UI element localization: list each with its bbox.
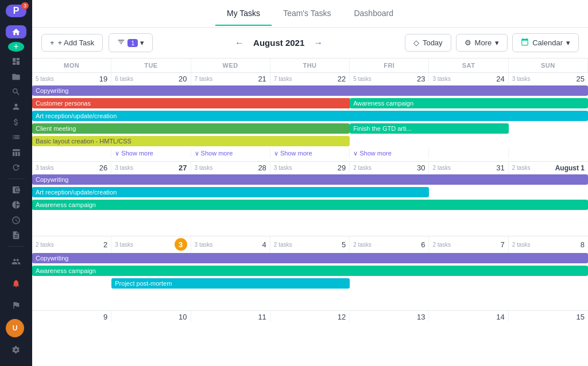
event-bar-art-reception-w2[interactable]: Art reception/update/creation [32,187,429,197]
sidebar-item-folder[interactable] [6,71,26,83]
task-count: 2 tasks [274,242,292,248]
task-count: 2 tasks [432,242,451,248]
sidebar-item-team[interactable] [6,251,26,272]
date-cell-3: 3 tasks 3 [111,236,191,252]
event-bar-basic-layout[interactable]: Basic layout creation - HMTL/CSS [32,136,350,146]
sidebar-item-doc[interactable] [6,229,26,242]
sidebar-item-refresh[interactable] [6,161,26,174]
sidebar-item-search[interactable] [6,85,26,98]
event-bar-customer-personas[interactable]: Customer personas [32,98,350,108]
event-bar-awareness-w1[interactable]: Awareness campaign [350,98,588,108]
event-bar-project-postmortem[interactable]: Project post-mortem [111,278,350,289]
date-cell-9: 9 [32,311,111,322]
date-cell-21: 7 tasks 21 [191,73,270,84]
event-bar-copywriting-w2[interactable]: Copywriting [32,174,588,185]
sidebar-item-table[interactable] [6,146,26,158]
date-cell-10: 10 [111,311,191,322]
show-more-wed[interactable]: ∨ Show more [191,149,270,158]
sidebar-item-dashboard[interactable] [6,55,26,68]
tab-my-tasks[interactable]: My Tasks [215,2,272,26]
nav-tabs: My Tasks Team's Tasks Dashboard [215,2,405,26]
calendar-toolbar: + + Add Task 1 ▾ ← August 2021 → ◇ Today… [32,28,588,59]
date-cell-27: 3 tasks 27 [111,162,191,173]
day-number: 26 [99,163,107,172]
sidebar-item-home[interactable] [6,25,26,38]
sidebar-item-analytics[interactable] [6,198,26,211]
task-count: 7 tasks [195,76,213,82]
sidebar-item-wallet[interactable] [6,184,26,196]
calendar-view-button[interactable]: Calendar ▾ [512,33,579,52]
header-mon: MON [32,59,111,72]
sidebar-item-plus[interactable] [8,42,24,52]
day-number: 9 [103,313,107,321]
event-bar-awareness-w2[interactable]: Awareness campaign [32,200,588,210]
date-cell-14: 14 [429,311,508,322]
task-count: 7 tasks [274,76,292,82]
filter-icon [117,38,125,48]
next-month-arrow[interactable]: → [311,36,325,50]
date-cell-2: 2 tasks 2 [32,236,111,252]
day-number: 23 [417,75,425,83]
filter-dropdown-arrow: ▾ [140,38,144,47]
date-cell-6: 2 tasks 6 [350,236,429,252]
sidebar-item-clock[interactable] [6,214,26,227]
filter-button[interactable]: 1 ▾ [109,33,153,52]
sidebar-item-flag[interactable] [6,295,26,316]
event-bar-copywriting-w3[interactable]: Copywriting [32,253,588,263]
task-count: 2 tasks [353,165,372,171]
date-cell-28: 3 tasks 28 [191,162,270,173]
event-bar-copywriting-w1[interactable]: Copywriting [32,85,588,96]
today-icon: ◇ [413,38,419,47]
day-number: 25 [577,75,585,83]
sidebar-item-list[interactable] [6,131,26,143]
main-content: My Tasks Team's Tasks Dashboard + + Add … [32,0,588,366]
date-cell-12: 12 [270,311,350,322]
sidebar-item-finance[interactable] [6,116,26,129]
sidebar-item-alert[interactable] [6,273,26,294]
task-count: 3 tasks [195,242,213,248]
event-bar-finish-gtd[interactable]: Finish the GTD arti... [350,123,509,134]
date-cell-25: 3 tasks 25 [509,73,588,84]
show-more-thu[interactable]: ∨ Show more [270,149,349,158]
month-navigation: ← August 2021 → [158,36,399,50]
sidebar-item-user[interactable] [6,100,26,113]
event-bar-client-meeting[interactable]: Client meeting [32,123,350,134]
date-cell-23: 5 tasks 23 [350,73,429,84]
task-count: 2 tasks [512,165,531,171]
event-bar-awareness-w3[interactable]: Awareness campaign [32,266,588,276]
divider2 [7,246,25,247]
day-number: 24 [496,75,504,83]
prev-month-arrow[interactable]: ← [233,36,246,50]
date-cell-15: 15 [509,311,588,322]
app-logo[interactable]: P 3 [6,5,26,17]
day-number: 29 [338,163,346,172]
show-more-fri[interactable]: ∨ Show more [350,149,428,158]
tab-teams-tasks[interactable]: Team's Tasks [272,2,342,26]
today-label: Today [423,38,443,47]
today-button[interactable]: ◇ Today [405,34,451,52]
more-label: More [475,38,492,47]
calendar-grid: MON TUE WED THU FRI SAT SUN 5 tasks 19 6… [32,59,588,366]
tab-dashboard[interactable]: Dashboard [342,2,405,26]
day-number: 2 [103,240,107,249]
more-arrow: ▾ [495,38,499,47]
date-cell-11: 11 [191,311,270,322]
user-avatar[interactable]: U [6,319,24,337]
header-fri: FRI [350,59,429,72]
event-bar-art-reception-w1[interactable]: Art reception/update/creation [32,111,588,121]
header-sun: SUN [509,59,588,72]
add-task-button[interactable]: + + Add Task [41,34,103,52]
sidebar: P 3 [0,0,32,366]
day-number: 21 [258,75,266,83]
day-number: 14 [496,313,504,321]
day-number: 8 [581,240,585,249]
plus-icon: + [50,38,55,47]
show-more-tue[interactable]: ∨ Show more [111,149,190,158]
sidebar-bottom: U [6,250,26,361]
day-number: 7 [500,240,504,249]
header-tue: TUE [111,59,191,72]
date-cell-7: 2 tasks 7 [429,236,508,252]
task-count: 3 tasks [512,76,531,82]
sidebar-item-settings[interactable] [6,340,26,360]
more-button[interactable]: ⚙ More ▾ [456,34,508,52]
